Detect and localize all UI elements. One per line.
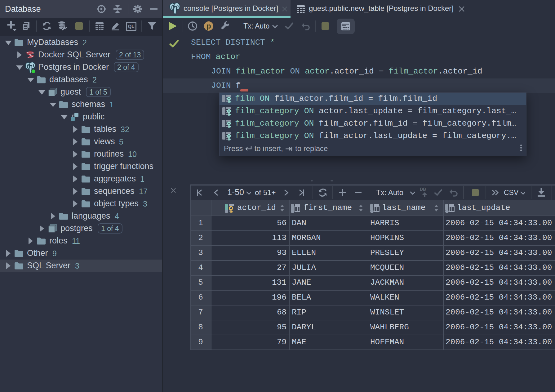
svg-text:DB: DB — [420, 187, 426, 192]
